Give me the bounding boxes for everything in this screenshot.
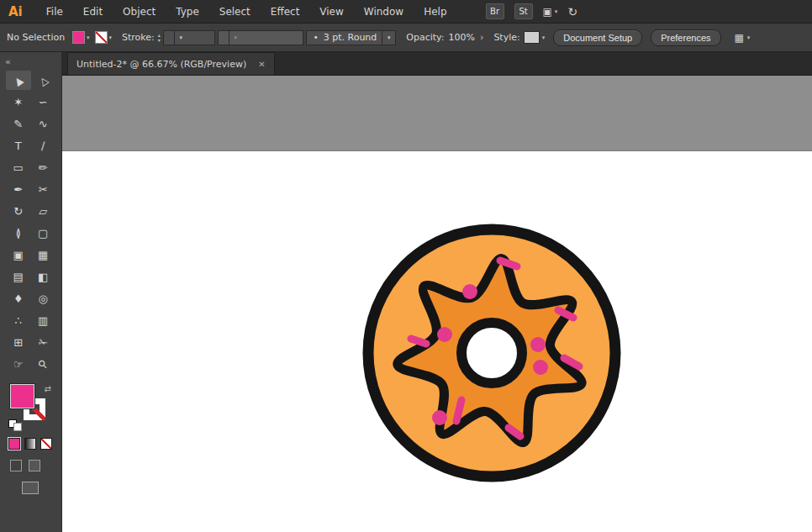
direct-selection-tool[interactable]: △ xyxy=(31,71,56,90)
gradient-button[interactable] xyxy=(24,438,36,450)
chevron-down-icon[interactable]: ▾ xyxy=(174,31,187,45)
pen-tool[interactable]: ✎ xyxy=(6,114,31,134)
chevron-down-icon[interactable]: ▾ xyxy=(542,34,546,41)
menu-effect[interactable]: Effect xyxy=(261,6,310,18)
opacity-panel-arrow-icon[interactable]: › xyxy=(480,32,483,43)
tools-grid: ▲△✶∽✎∿T∕▭✏✒✂↻▱≬▢▣▦▤◧♦◎∴▥⊞✁☞⚲ xyxy=(0,69,61,374)
shaper-tool[interactable]: ✒ xyxy=(6,180,31,199)
paintbrush-tool[interactable]: ✏ xyxy=(31,158,56,177)
shape-builder-tool[interactable]: ▣ xyxy=(6,245,31,265)
panel-collapse-button[interactable]: « xyxy=(0,52,61,69)
canvas-pasteboard[interactable] xyxy=(62,76,812,532)
sprinkle-dot[interactable] xyxy=(530,337,546,352)
default-fill-stroke-icon[interactable] xyxy=(8,419,22,431)
menu-file[interactable]: File xyxy=(36,6,73,18)
magic-wand-tool[interactable]: ✶ xyxy=(6,92,31,112)
artboard-tool[interactable]: ⊞ xyxy=(6,333,31,352)
slice-tool[interactable]: ✁ xyxy=(31,333,56,352)
fill-color-control[interactable]: ▾ xyxy=(72,31,90,44)
menu-type[interactable]: Type xyxy=(166,6,209,18)
stroke-weight-stepper[interactable]: ▴ ▾ xyxy=(158,33,161,43)
control-panel-menu[interactable]: ▦ ▾ xyxy=(735,32,751,44)
drawing-mode-buttons xyxy=(10,460,61,471)
lasso-tool[interactable]: ∽ xyxy=(31,92,56,112)
menu-object[interactable]: Object xyxy=(113,6,166,18)
mesh-tool[interactable]: ▤ xyxy=(6,267,31,287)
fill-indicator[interactable] xyxy=(10,384,34,408)
selection-tool[interactable]: ▲ xyxy=(6,71,31,90)
workspace-switcher[interactable]: ▣ ▾ xyxy=(543,6,558,18)
sprinkle-dot[interactable] xyxy=(462,284,477,299)
shape-builder-tool-icon: ▣ xyxy=(13,250,24,261)
document-setup-button[interactable]: Document Setup xyxy=(553,29,642,46)
curvature-tool[interactable]: ∿ xyxy=(31,114,56,134)
variable-width-profile-dropdown[interactable]: ▾ xyxy=(218,30,303,45)
swap-fill-stroke-icon[interactable]: ⇄ xyxy=(45,384,51,393)
sprinkle-dash[interactable] xyxy=(456,400,461,421)
chevron-down-icon: ▾ xyxy=(555,8,558,15)
sprinkle-dot[interactable] xyxy=(437,327,452,342)
stroke-color-control[interactable]: ▾ xyxy=(95,31,113,44)
paintbrush-tool-icon: ✏ xyxy=(39,162,48,173)
menu-edit[interactable]: Edit xyxy=(73,6,113,18)
bridge-button[interactable]: Br xyxy=(486,3,504,19)
width-tool[interactable]: ≬ xyxy=(6,224,31,243)
mesh-tool-icon: ▤ xyxy=(13,271,24,282)
sprinkle-dash[interactable] xyxy=(411,339,426,344)
symbol-sprayer-tool-icon: ∴ xyxy=(15,315,22,326)
curvature-tool-icon: ∿ xyxy=(39,119,48,129)
column-graph-tool[interactable]: ▥ xyxy=(31,311,56,330)
fill-color-swatch[interactable] xyxy=(72,31,85,44)
opacity-value[interactable]: 100% xyxy=(449,32,475,43)
sprinkle-dot[interactable] xyxy=(432,410,447,425)
style-swatch[interactable] xyxy=(524,31,540,44)
type-tool[interactable]: T xyxy=(6,136,31,155)
preferences-button[interactable]: Preferences xyxy=(651,29,720,46)
zoom-tool[interactable]: ⚲ xyxy=(31,355,56,374)
scale-tool[interactable]: ▱ xyxy=(31,202,56,221)
document-tab-bar: Untitled-2* @ 66.67% (RGB/Preview) ✕ xyxy=(62,52,812,76)
chevron-down-icon[interactable]: ▾ xyxy=(382,31,395,45)
hand-tool[interactable]: ☞ xyxy=(6,355,31,374)
free-transform-tool[interactable]: ▢ xyxy=(31,224,56,243)
chevron-down-icon[interactable]: ▾ xyxy=(229,31,242,45)
eyedropper-tool[interactable]: ♦ xyxy=(6,289,31,308)
color-mode-buttons xyxy=(8,438,61,450)
symbol-sprayer-tool[interactable]: ∴ xyxy=(6,311,31,330)
illustrator-logo-icon: Ai xyxy=(8,4,23,19)
blend-tool[interactable]: ◎ xyxy=(31,289,56,308)
sprinkle-dot[interactable] xyxy=(533,360,548,375)
donut-hole[interactable] xyxy=(461,323,522,383)
menu-window[interactable]: Window xyxy=(354,6,414,18)
screen-mode-button[interactable] xyxy=(22,482,39,494)
stroke-color-swatch[interactable] xyxy=(95,31,108,44)
stock-button[interactable]: St xyxy=(514,3,533,19)
sync-icon[interactable]: ↻ xyxy=(567,5,577,18)
panel-options-icon: ▦ xyxy=(735,32,744,44)
free-transform-tool-icon: ▢ xyxy=(38,228,48,239)
donut-artwork[interactable] xyxy=(62,76,812,532)
stepper-down-icon[interactable]: ▾ xyxy=(158,38,161,43)
type-tool-icon: T xyxy=(15,140,22,151)
color-button[interactable] xyxy=(8,438,20,450)
rotate-tool[interactable]: ↻ xyxy=(6,202,31,221)
perspective-grid-tool[interactable]: ▦ xyxy=(31,245,56,265)
none-button[interactable] xyxy=(40,438,52,450)
document-tab[interactable]: Untitled-2* @ 66.67% (RGB/Preview) ✕ xyxy=(67,52,275,75)
rectangle-tool[interactable]: ▭ xyxy=(6,158,31,177)
stroke-weight-dropdown[interactable]: ▾ xyxy=(163,30,215,45)
perspective-grid-tool-icon: ▦ xyxy=(38,250,48,261)
scissors-tool[interactable]: ✂ xyxy=(31,180,56,199)
rotate-tool-icon: ↻ xyxy=(13,206,23,217)
menu-view[interactable]: View xyxy=(309,6,353,18)
chevron-down-icon: ▾ xyxy=(109,34,113,41)
line-segment-tool[interactable]: ∕ xyxy=(31,136,56,155)
opacity-label: Opacity: xyxy=(406,32,444,43)
draw-normal-icon[interactable] xyxy=(10,460,22,471)
draw-behind-icon[interactable] xyxy=(29,460,40,471)
menu-help[interactable]: Help xyxy=(414,6,456,18)
close-icon[interactable]: ✕ xyxy=(258,60,265,69)
brush-definition-dropdown[interactable]: • 3 pt. Round ▾ xyxy=(306,30,397,45)
gradient-tool[interactable]: ◧ xyxy=(31,267,56,287)
menu-select[interactable]: Select xyxy=(209,6,261,18)
